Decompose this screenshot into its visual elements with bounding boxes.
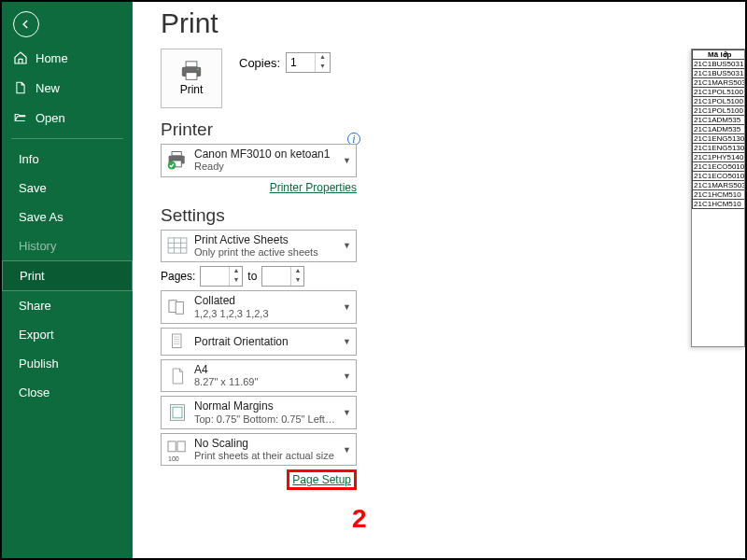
pages-to-label: to — [247, 270, 257, 283]
svg-rect-0 — [186, 62, 197, 67]
printer-properties-link[interactable]: Printer Properties — [270, 181, 357, 194]
back-button[interactable] — [13, 11, 39, 37]
spin-up-icon[interactable]: ▲ — [315, 53, 330, 63]
nav-share[interactable]: Share — [2, 291, 133, 320]
nav-export[interactable]: Export — [2, 320, 133, 349]
arrow-left-icon — [20, 18, 33, 31]
preview-cell: 21C1MARS503 — [693, 78, 746, 88]
chevron-down-icon: ▼ — [343, 371, 351, 381]
preview-cell: 21C1BUS5031 — [693, 69, 746, 78]
preview-cell: 21C1ECO5010 — [693, 162, 746, 172]
nav-print[interactable]: Print — [2, 260, 133, 291]
copies-input[interactable] — [287, 53, 315, 72]
print-panel: Print Print Copies: ▲▼ Printer — [133, 2, 745, 558]
nav-label: Home — [35, 51, 68, 65]
paper-size-selector[interactable]: A4 8.27" x 11.69" ▼ — [161, 359, 357, 393]
svg-rect-14 — [168, 441, 176, 452]
dd-primary: Portrait Orientation — [194, 335, 337, 348]
print-button-label: Print — [180, 83, 204, 96]
chevron-down-icon: ▼ — [343, 445, 351, 455]
nav-close[interactable]: Close — [2, 378, 133, 407]
scale-100-label: 100 — [168, 455, 179, 462]
preview-cell: 21C1ADM535 — [693, 116, 746, 125]
margins-icon — [166, 402, 189, 423]
preview-cell: 21C1POL5100 — [693, 88, 746, 97]
no-scaling-icon: 100 — [166, 440, 189, 460]
printer-heading: Printer — [161, 119, 359, 140]
print-what-selector[interactable]: Print Active Sheets Only print the activ… — [161, 230, 357, 263]
chevron-down-icon: ▼ — [343, 241, 351, 250]
backstage-sidebar: Home New Open Info Save Save As History … — [2, 2, 133, 558]
chevron-down-icon: ▼ — [343, 156, 351, 165]
print-preview: Mã lớp 21C1BUS503121C1BUS503121C1MARS503… — [691, 49, 745, 347]
dd-primary: Print Active Sheets — [194, 233, 337, 246]
preview-header: Mã lớp — [693, 50, 746, 60]
preview-cell: 21C1ENG5130 — [693, 134, 746, 144]
nav-info[interactable]: Info — [2, 145, 133, 174]
scaling-selector[interactable]: 100 No Scaling Print sheets at their act… — [161, 433, 357, 467]
chevron-down-icon: ▼ — [343, 302, 351, 312]
svg-point-3 — [197, 68, 199, 70]
spin-down-icon[interactable]: ▼ — [229, 276, 242, 286]
dd-primary: A4 — [194, 363, 337, 376]
printer-selector[interactable]: Canon MF3010 on ketoan1 Ready ▼ — [161, 144, 357, 177]
preview-table: Mã lớp 21C1BUS503121C1BUS503121C1MARS503… — [692, 49, 745, 209]
preview-cell: 21C1BUS5031 — [693, 60, 746, 69]
collate-selector[interactable]: Collated 1,2,3 1,2,3 1,2,3 ▼ — [161, 290, 357, 324]
preview-cell: 21C1MARS503 — [693, 181, 746, 190]
svg-rect-2 — [186, 73, 197, 80]
margins-selector[interactable]: Normal Margins Top: 0.75" Bottom: 0.75" … — [161, 396, 357, 429]
folder-open-icon — [13, 110, 28, 125]
printer-status: Ready — [194, 161, 337, 173]
home-icon — [13, 50, 28, 65]
dd-secondary: 8.27" x 11.69" — [194, 376, 337, 388]
printer-name: Canon MF3010 on ketoan1 — [194, 147, 337, 161]
preview-cell: 21C1POL5100 — [693, 97, 746, 106]
svg-rect-8 — [168, 238, 187, 253]
nav-open[interactable]: Open — [2, 103, 133, 133]
nav-new[interactable]: New — [2, 73, 133, 103]
dd-secondary: 1,2,3 1,2,3 1,2,3 — [194, 308, 337, 320]
spin-up-icon[interactable]: ▲ — [290, 267, 303, 276]
svg-rect-15 — [177, 441, 185, 452]
print-button[interactable]: Print — [161, 49, 222, 108]
pages-row: Pages: ▲▼ to ▲▼ — [161, 266, 745, 287]
page-setup-link[interactable]: Page Setup — [292, 473, 351, 486]
svg-rect-11 — [172, 334, 181, 347]
printer-ready-icon — [166, 150, 189, 171]
copies-label: Copies: — [239, 56, 280, 70]
settings-heading: Settings — [161, 205, 745, 226]
preview-cell: 21C1PHY5140 — [693, 153, 746, 162]
portrait-icon — [166, 331, 189, 352]
pages-to[interactable]: ▲▼ — [261, 266, 304, 287]
separator — [11, 138, 123, 139]
preview-cell: 21C1ECO5010 — [693, 172, 746, 181]
dd-primary: Collated — [194, 294, 337, 307]
nav-label: New — [35, 81, 60, 95]
annotation-2: 2 — [352, 504, 367, 534]
svg-rect-4 — [172, 151, 181, 155]
preview-cell: 21C1ADM535 — [693, 125, 746, 134]
nav-save-as[interactable]: Save As — [2, 203, 133, 231]
pages-label: Pages: — [161, 270, 195, 283]
spin-down-icon[interactable]: ▼ — [315, 63, 330, 72]
nav-publish[interactable]: Publish — [2, 349, 133, 378]
page-title: Print — [161, 7, 745, 39]
orientation-selector[interactable]: Portrait Orientation ▼ — [161, 328, 357, 356]
dd-primary: No Scaling — [194, 437, 337, 450]
preview-cell: 21C1ENG5130 — [693, 144, 746, 153]
spin-up-icon[interactable]: ▲ — [229, 267, 242, 276]
nav-save[interactable]: Save — [2, 174, 133, 203]
preview-cell: 21C1HCM510 — [693, 190, 746, 200]
preview-cell: 21C1HCM510 — [693, 200, 746, 209]
nav-history[interactable]: History — [2, 231, 133, 260]
page-icon — [166, 366, 189, 386]
nav-label: Open — [35, 111, 65, 125]
sheets-icon — [166, 235, 189, 256]
dd-primary: Normal Margins — [194, 399, 337, 413]
svg-rect-10 — [176, 301, 183, 314]
spin-down-icon[interactable]: ▼ — [290, 276, 303, 286]
copies-spinner[interactable]: ▲▼ — [286, 52, 331, 73]
pages-from[interactable]: ▲▼ — [200, 266, 243, 287]
nav-home[interactable]: Home — [2, 43, 133, 73]
